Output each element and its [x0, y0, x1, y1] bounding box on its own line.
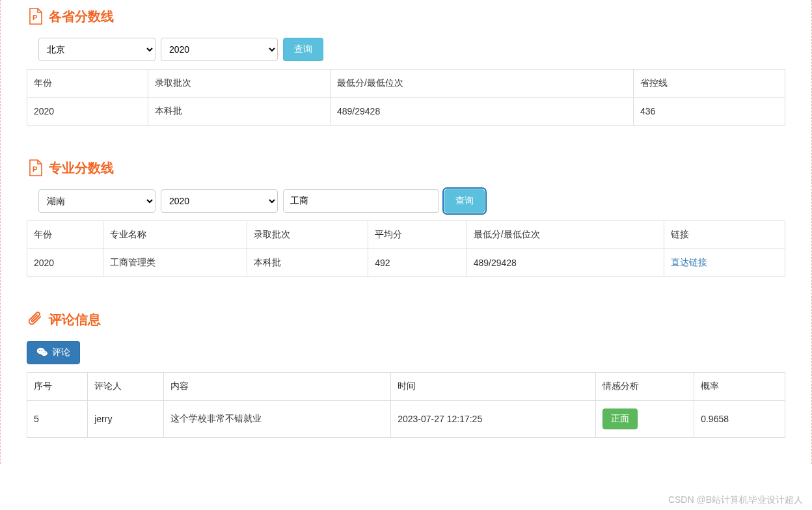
table-row: 2020 工商管理类 本科批 492 489/29428 直达链接 — [27, 249, 785, 277]
comment-button[interactable]: 评论 — [27, 341, 80, 364]
province-select[interactable]: 北京 — [38, 38, 156, 61]
col-year: 年份 — [27, 70, 148, 98]
table-row: 5 jerry 这个学校非常不错就业 2023-07-27 12:17:25 正… — [27, 401, 785, 438]
svg-point-6 — [43, 352, 44, 353]
year-select[interactable]: 2020 — [161, 189, 278, 213]
cell-min: 489/29428 — [330, 98, 633, 126]
cell-content: 这个学校非常不错就业 — [163, 401, 391, 438]
svg-point-4 — [39, 350, 40, 351]
col-link: 链接 — [664, 221, 785, 249]
query-button[interactable]: 查询 — [444, 189, 485, 213]
col-batch: 录取批次 — [148, 70, 331, 98]
query-button[interactable]: 查询 — [283, 38, 323, 61]
col-control: 省控线 — [633, 70, 785, 98]
cell-min: 489/29428 — [467, 249, 664, 277]
doc-p-icon: P — [27, 158, 44, 178]
major-input[interactable] — [283, 189, 439, 213]
cell-batch: 本科批 — [148, 98, 331, 126]
table-header-row: 序号 评论人 内容 时间 情感分析 概率 — [27, 373, 785, 401]
cell-sentiment: 正面 — [595, 401, 694, 438]
col-year: 年份 — [27, 221, 103, 249]
cell-batch: 本科批 — [247, 249, 368, 277]
col-no: 序号 — [27, 373, 88, 401]
controls-row: 北京 2020 查询 — [38, 38, 785, 61]
province-select[interactable]: 湖南 — [38, 189, 156, 213]
svg-point-5 — [42, 350, 43, 351]
cell-year: 2020 — [27, 249, 103, 277]
svg-point-3 — [41, 351, 47, 356]
paperclip-icon — [27, 310, 44, 329]
major-scores-table: 年份 专业名称 录取批次 平均分 最低分/最低位次 链接 2020 工商管理类 … — [27, 221, 785, 277]
col-avg: 平均分 — [368, 221, 467, 249]
table-header-row: 年份 专业名称 录取批次 平均分 最低分/最低位次 链接 — [27, 221, 785, 249]
section-major-scores: P 专业分数线 湖南 2020 查询 年份 专业名称 录取批次 平均分 最低分/… — [27, 158, 785, 277]
province-scores-table: 年份 录取批次 最低分/最低位次 省控线 2020 本科批 489/29428 … — [27, 69, 785, 126]
section-province-scores: P 各省分数线 北京 2020 查询 年份 录取批次 最低分/最低位次 省控线 … — [27, 7, 785, 126]
section-header: 评论信息 — [27, 310, 785, 329]
col-major: 专业名称 — [103, 221, 247, 249]
direct-link[interactable]: 直达链接 — [671, 257, 707, 267]
cell-user: jerry — [88, 401, 164, 438]
col-content: 内容 — [163, 373, 391, 401]
comments-table: 序号 评论人 内容 时间 情感分析 概率 5 jerry 这个学校非常不错就业 … — [27, 372, 785, 438]
svg-point-7 — [45, 352, 46, 353]
col-time: 时间 — [391, 373, 596, 401]
cell-link: 直达链接 — [664, 249, 785, 277]
svg-text:P: P — [33, 14, 37, 21]
section-title: 评论信息 — [49, 311, 101, 329]
cell-time: 2023-07-27 12:17:25 — [391, 401, 596, 438]
year-select[interactable]: 2020 — [161, 38, 278, 61]
controls-row: 湖南 2020 查询 — [38, 189, 785, 213]
cell-major: 工商管理类 — [103, 249, 247, 277]
section-header: P 专业分数线 — [27, 158, 785, 178]
wechat-icon — [36, 347, 48, 359]
cell-year: 2020 — [27, 98, 148, 126]
table-row: 2020 本科批 489/29428 436 — [27, 98, 785, 126]
table-header-row: 年份 录取批次 最低分/最低位次 省控线 — [27, 70, 785, 98]
cell-control: 436 — [633, 98, 785, 126]
section-title: 专业分数线 — [49, 159, 114, 177]
col-min: 最低分/最低位次 — [467, 221, 664, 249]
cell-prob: 0.9658 — [694, 401, 785, 438]
cell-no: 5 — [27, 401, 88, 438]
section-comments: 评论信息 评论 序号 评论人 内容 时间 情感分析 概率 5 jerry 这个学… — [27, 310, 785, 438]
doc-p-icon: P — [27, 7, 44, 26]
section-header: P 各省分数线 — [27, 7, 785, 26]
sentiment-badge: 正面 — [602, 409, 638, 429]
col-min: 最低分/最低位次 — [330, 70, 633, 98]
comment-button-label: 评论 — [52, 347, 70, 358]
col-prob: 概率 — [694, 373, 785, 401]
col-sentiment: 情感分析 — [595, 373, 694, 401]
col-user: 评论人 — [88, 373, 164, 401]
svg-text:P: P — [33, 165, 37, 173]
section-title: 各省分数线 — [49, 8, 114, 25]
cell-avg: 492 — [368, 249, 467, 277]
col-batch: 录取批次 — [247, 221, 368, 249]
